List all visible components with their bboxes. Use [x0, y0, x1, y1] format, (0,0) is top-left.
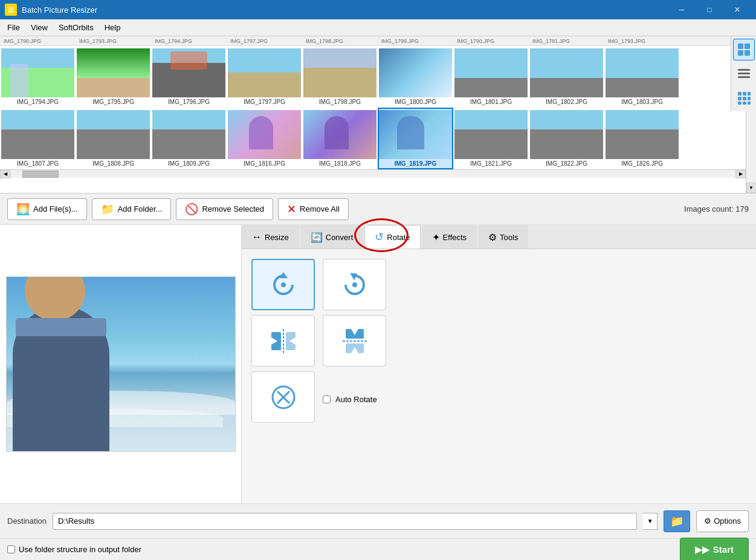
add-folder-button[interactable]: 📁 Add Folder... [92, 198, 172, 220]
list-item[interactable]: IMG_1794.JPG [0, 46, 76, 108]
rotate-cw-button[interactable] [323, 259, 386, 310]
menu-help[interactable]: Help [100, 21, 126, 34]
image-label: IMG_1795.JPG [77, 99, 150, 105]
thumbnail [606, 48, 679, 97]
list-item[interactable]: IMG_1801.JPG [453, 46, 529, 108]
window-controls: ─ □ ✕ [668, 0, 751, 19]
svg-rect-19 [738, 50, 743, 56]
tab-rotate[interactable]: ↺ Rotate [364, 225, 420, 249]
image-label: IMG_1807.JPG [1, 160, 74, 167]
destination-dropdown-button[interactable]: ▼ [643, 513, 657, 530]
remove-selected-icon: 🚫 [185, 203, 198, 216]
list-item[interactable]: IMG_1800.JPG [378, 46, 453, 108]
image-label: IMG_1818.JPG [303, 160, 376, 167]
tab-convert[interactable]: 🔄 Convert [300, 225, 364, 249]
list-item[interactable]: IMG_1795.JPG [76, 46, 151, 108]
auto-rotate-row: Auto Rotate [323, 371, 746, 423]
app-icon: 🖼 [5, 4, 17, 16]
list-item[interactable]: IMG_1826.JPG [604, 108, 680, 169]
app-title: Batch Picture Resizer [22, 5, 663, 15]
maximize-button[interactable]: □ [696, 0, 723, 19]
add-files-label: Add File(s)... [33, 204, 78, 213]
flip-horizontal-button[interactable] [251, 315, 315, 366]
destination-browse-button[interactable]: 📁 [664, 510, 690, 532]
add-files-button[interactable]: 🌅 Add File(s)... [7, 198, 87, 220]
close-button[interactable]: ✕ [723, 0, 751, 19]
list-item[interactable]: IMG_1816.JPG [227, 108, 302, 169]
folder-structure-label[interactable]: Use folder structure in output folder [19, 545, 141, 554]
list-item[interactable]: IMG_1819.JPG [378, 108, 453, 169]
remove-selected-label: Remove Selected [202, 204, 264, 213]
hscroll-thumb[interactable] [22, 171, 59, 178]
thumbnail [152, 110, 225, 159]
tab-effects[interactable]: ✦ Effects [422, 225, 477, 249]
list-item[interactable]: IMG_1798.JPG [302, 46, 378, 108]
reset-rotation-button[interactable] [251, 371, 315, 423]
image-grid: IMG_1790.JPG IMG_1793.JPG IMG_1794.JPG I… [0, 36, 746, 193]
minimize-button[interactable]: ─ [668, 0, 696, 19]
menu-softorbits[interactable]: SoftOrbits [54, 21, 99, 34]
menu-view[interactable]: View [26, 21, 53, 34]
scroll-down-button[interactable]: ▼ [746, 183, 757, 193]
add-folder-icon: 📁 [101, 203, 114, 216]
svg-rect-32 [748, 102, 751, 105]
flip-vertical-button[interactable] [323, 315, 386, 366]
thumbnail [303, 110, 376, 159]
add-files-icon: 🌅 [16, 203, 30, 216]
thumbnail [530, 110, 603, 159]
thumbnail-view-button[interactable] [733, 39, 755, 60]
svg-point-3 [352, 282, 357, 287]
tab-resize-label: Resize [265, 233, 289, 242]
thumbnail [454, 110, 528, 159]
rotate-ccw-button[interactable] [251, 259, 315, 310]
tab-resize[interactable]: ↔ Resize [242, 225, 299, 249]
grid-view-button[interactable] [733, 87, 755, 109]
thumbnail [379, 110, 452, 159]
list-item[interactable]: IMG_1802.JPG [529, 46, 604, 108]
remove-selected-button[interactable]: 🚫 Remove Selected [176, 198, 273, 220]
menu-file[interactable]: File [2, 21, 25, 34]
svg-rect-27 [738, 97, 741, 100]
tab-tools[interactable]: ⚙ Tools [478, 225, 528, 249]
image-label: IMG_1809.JPG [152, 160, 225, 167]
image-label: IMG_1801.JPG [454, 99, 528, 105]
thumbnail [228, 48, 301, 97]
destination-bar: Destination ▼ 📁 ⚙ Options [0, 503, 756, 538]
rotate-spacer2 [394, 315, 746, 366]
image-label: IMG_1803.JPG [606, 99, 679, 105]
options-button[interactable]: ⚙ Options [696, 510, 749, 532]
auto-rotate-checkbox[interactable] [323, 396, 331, 403]
list-item[interactable]: IMG_1822.JPG [529, 108, 604, 169]
list-item[interactable]: IMG_1808.JPG [76, 108, 151, 169]
thumbnail [530, 48, 603, 97]
main-content: ↔ Resize 🔄 Convert ↺ Rotate ✦ Effects [0, 225, 756, 503]
tools-icon: ⚙ [488, 232, 497, 243]
svg-rect-21 [738, 69, 750, 71]
rotate-content: Auto Rotate [242, 249, 756, 503]
list-item[interactable]: IMG_1807.JPG [0, 108, 76, 169]
destination-input[interactable] [53, 513, 637, 530]
list-item[interactable]: IMG_1818.JPG [302, 108, 378, 169]
auto-rotate-label[interactable]: Auto Rotate [335, 395, 377, 404]
svg-rect-31 [743, 102, 746, 105]
list-view-button[interactable] [733, 63, 755, 85]
start-button[interactable]: ▶▶ Start [680, 538, 749, 561]
folder-structure-checkbox[interactable] [7, 545, 15, 553]
horizontal-scrollbar[interactable]: ◀ ▶ [0, 169, 746, 178]
list-item[interactable]: IMG_1803.JPG [604, 46, 680, 108]
image-label: IMG_1796.JPG [152, 99, 225, 105]
titlebar: 🖼 Batch Picture Resizer ─ □ ✕ [0, 0, 756, 19]
list-item[interactable]: IMG_1809.JPG [151, 108, 227, 169]
image-label: IMG_1794.JPG [1, 99, 74, 105]
right-sidebar [731, 36, 756, 111]
list-item[interactable]: IMG_1797.JPG [227, 46, 302, 108]
remove-all-button[interactable]: ✕ Remove All [278, 198, 349, 220]
remove-all-icon: ✕ [287, 203, 296, 216]
convert-icon: 🔄 [311, 232, 323, 243]
thumbnail [454, 48, 528, 97]
list-item[interactable]: IMG_1796.JPG [151, 46, 227, 108]
svg-rect-29 [748, 97, 751, 100]
thumbnail [228, 110, 301, 159]
list-item[interactable]: IMG_1821.JPG [453, 108, 529, 169]
svg-rect-24 [738, 92, 741, 96]
